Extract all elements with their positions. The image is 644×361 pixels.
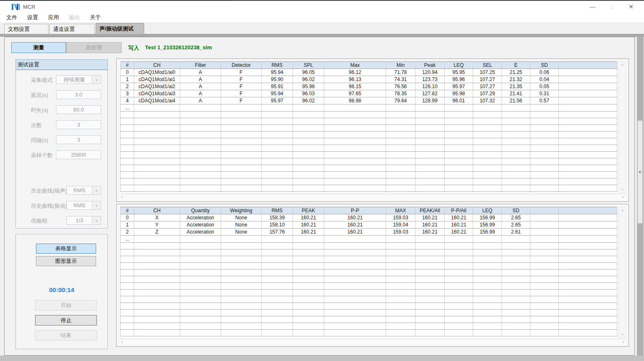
scroll-right-icon[interactable]: ► [622, 195, 625, 199]
scroll-up-icon[interactable]: ▲ [619, 63, 626, 66]
empty-row[interactable] [121, 118, 617, 125]
chevron-down-icon[interactable]: ∨ [92, 201, 101, 209]
table-row[interactable]: 4cDAQ1Mod1/ai4AF95.9796.0298.9879.64128.… [121, 97, 617, 104]
empty-row[interactable] [121, 269, 617, 276]
column-header[interactable]: CH [134, 62, 180, 69]
scroll-left-icon[interactable]: ◄ [120, 195, 123, 199]
empty-row[interactable] [121, 132, 617, 138]
column-header[interactable] [559, 207, 617, 214]
empty-row[interactable] [121, 316, 617, 323]
octave-select[interactable]: 1/3 ∨ [66, 216, 101, 225]
postprocess-button[interactable]: 后处理 [66, 42, 122, 53]
ellipsis-row[interactable]: ... [121, 104, 617, 112]
chevron-down-icon[interactable]: ∨ [92, 216, 101, 224]
empty-row[interactable] [121, 185, 617, 192]
history-vibration-select[interactable]: RMS ∨ [66, 201, 101, 210]
table-row[interactable]: 0XAccelerationNone158.39160.21160.21159.… [121, 214, 617, 221]
menu-about[interactable]: 关于 [90, 14, 101, 21]
empty-row[interactable] [121, 138, 617, 145]
vertical-scrollbar[interactable]: ▲ ▼ [619, 207, 626, 338]
empty-row[interactable] [121, 310, 617, 316]
empty-row[interactable] [121, 178, 617, 185]
delay-input[interactable]: 3.0 [56, 90, 101, 99]
column-header[interactable]: MAX [386, 207, 415, 214]
scroll-up-icon[interactable]: ▲ [619, 208, 626, 212]
column-header[interactable]: Max [324, 62, 386, 69]
sample-count-input[interactable]: 25600 [56, 150, 101, 159]
column-header[interactable]: # [121, 62, 134, 69]
empty-row[interactable] [121, 256, 617, 263]
empty-row[interactable] [121, 290, 617, 296]
column-header[interactable]: LEQ [473, 207, 502, 214]
empty-row[interactable] [121, 112, 617, 118]
column-header[interactable]: E [502, 62, 530, 69]
chevron-down-icon[interactable]: ∨ [92, 76, 101, 84]
empty-row[interactable] [121, 165, 617, 172]
empty-row[interactable] [121, 296, 617, 303]
empty-row[interactable] [121, 276, 617, 283]
history-noise-select[interactable]: RMS ∨ [66, 186, 101, 195]
column-header[interactable]: SEL [473, 62, 502, 69]
table-row[interactable]: 1cDAQ1Mod1/ai1AF95.9096.0296.1374.31123.… [121, 76, 617, 83]
table-row[interactable]: 2ZAccelerationNone157.76160.21160.21159.… [121, 229, 617, 236]
close-button[interactable]: ✕ [621, 1, 641, 13]
duration-input[interactable]: 60.0 [56, 105, 101, 114]
empty-row[interactable] [121, 152, 617, 158]
graph-display-button[interactable]: 图形显示 [36, 256, 96, 266]
column-header[interactable]: PEAK/All [415, 207, 445, 214]
column-header[interactable]: SD [530, 62, 559, 69]
empty-row[interactable] [121, 263, 617, 269]
scroll-down-icon[interactable]: ▼ [619, 333, 626, 336]
table-row[interactable]: 1YAccelerationNone158.10160.21160.21159.… [121, 221, 617, 229]
vertical-scrollbar[interactable]: ▲ ▼ [619, 61, 626, 193]
empty-row[interactable] [121, 158, 617, 165]
column-header[interactable]: SPL [293, 62, 324, 69]
tab-document-settings[interactable]: 文档设置 [4, 24, 48, 34]
table-display-button[interactable]: 表格显示 [36, 244, 96, 254]
column-header[interactable]: Weighting [221, 207, 262, 214]
column-header[interactable]: Filter [180, 62, 221, 69]
column-header[interactable]: SD [502, 207, 530, 214]
scroll-left-icon[interactable]: ◄ [120, 340, 123, 344]
column-header[interactable]: RMS [262, 207, 293, 214]
column-header[interactable]: P-P [324, 207, 386, 214]
column-header[interactable]: LEQ [445, 62, 473, 69]
column-header[interactable]: Min [386, 62, 415, 69]
tab-sound-vibration-test[interactable]: 声/振动级测试 [96, 23, 144, 35]
empty-row[interactable] [121, 249, 617, 256]
empty-row[interactable] [121, 303, 617, 310]
interval-input[interactable]: 3 [56, 135, 101, 144]
table-row[interactable]: 2cDAQ1Mod1/ai2AF95.9195.9896.1576.56126.… [121, 83, 617, 90]
empty-row[interactable] [121, 125, 617, 132]
measure-button[interactable]: 测量 [11, 42, 66, 53]
table-row[interactable]: 3cDAQ1Mod1/ai3AF95.9496.0397.6578.35127.… [121, 90, 617, 97]
menu-file[interactable]: 文件 [6, 14, 17, 21]
column-header[interactable]: Peak [415, 62, 445, 69]
column-header[interactable]: # [121, 207, 134, 214]
empty-row[interactable] [121, 323, 617, 330]
column-header[interactable]: CH [134, 207, 180, 214]
column-header[interactable]: RMS [262, 62, 293, 69]
column-header[interactable] [530, 207, 559, 214]
scroll-right-icon[interactable]: ► [622, 340, 625, 344]
empty-row[interactable] [121, 330, 617, 336]
empty-row[interactable] [121, 172, 617, 178]
menu-settings[interactable]: 设置 [27, 14, 38, 21]
empty-row[interactable] [121, 243, 617, 249]
column-header[interactable] [559, 62, 617, 69]
maximize-button[interactable]: □ [602, 1, 621, 13]
horizontal-scrollbar[interactable]: ◄ ► [119, 339, 626, 345]
empty-row[interactable] [121, 283, 617, 290]
count-input[interactable]: 3 [56, 120, 101, 129]
horizontal-scrollbar[interactable]: ◄ ► [119, 194, 626, 200]
scroll-down-icon[interactable]: ▼ [619, 188, 626, 191]
minimize-button[interactable]: — [583, 1, 602, 13]
menu-apply[interactable]: 应用 [48, 14, 59, 21]
chevron-down-icon[interactable]: ∨ [92, 186, 101, 194]
column-header[interactable]: Quantity [180, 207, 221, 214]
ellipsis-row[interactable]: ... [121, 236, 617, 243]
table-row[interactable]: 0cDAQ1Mod1/ai0AF95.9496.0596.1271.78120.… [121, 69, 617, 76]
acquisition-mode-select[interactable]: 持续测量 ∨ [56, 75, 101, 84]
collapse-panel-handle[interactable]: < [637, 120, 643, 224]
column-header[interactable]: PEAK [293, 207, 324, 214]
